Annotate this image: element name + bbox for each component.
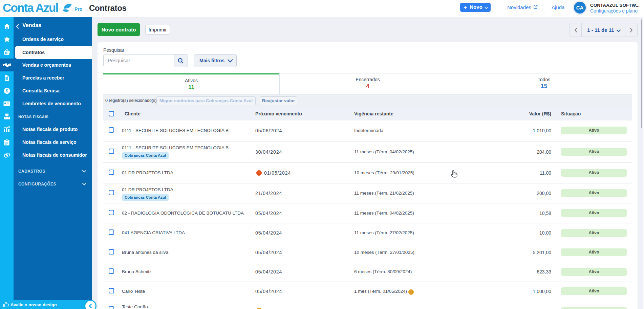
svg-text:$: $ <box>6 89 8 93</box>
